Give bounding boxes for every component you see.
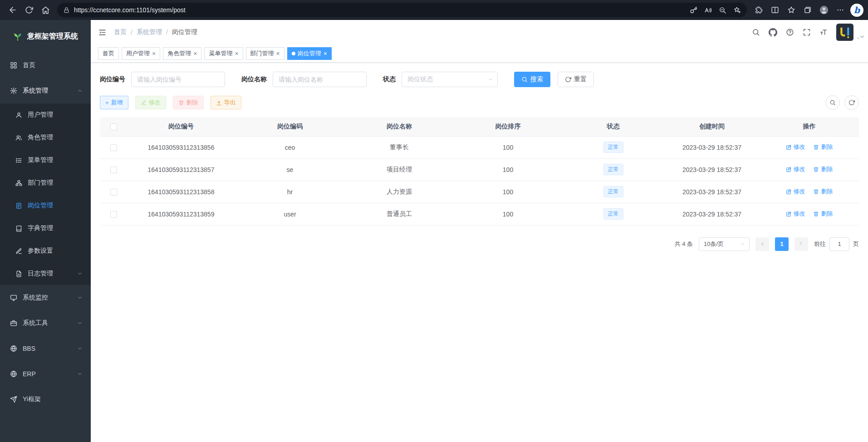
- table-row[interactable]: 1641030593112313858 hr 人力资源 100 正常 2023-…: [100, 181, 859, 203]
- toggle-search-button[interactable]: [825, 95, 840, 110]
- sidebar-item-dept-mgmt[interactable]: 部门管理: [0, 172, 91, 194]
- sidebar-item-log-mgmt[interactable]: 日志管理: [0, 262, 91, 285]
- password-key-icon[interactable]: [686, 4, 701, 16]
- tab-role-mgmt[interactable]: 角色管理×: [163, 47, 201, 60]
- sidebar-item-system[interactable]: 系统管理: [0, 78, 91, 103]
- profile-avatar[interactable]: [816, 2, 832, 18]
- more-menu-icon[interactable]: [832, 2, 848, 18]
- browser-home-button[interactable]: [37, 2, 54, 18]
- cell-post-code: user: [235, 203, 345, 225]
- add-button[interactable]: + 新增: [100, 96, 128, 109]
- delete-link[interactable]: 删除: [813, 210, 833, 218]
- next-page-button[interactable]: [794, 237, 808, 251]
- sidebar-item-yi-framework[interactable]: Yi框架: [0, 387, 91, 412]
- collections-icon[interactable]: [799, 2, 816, 18]
- sidebar-item-role-mgmt[interactable]: 角色管理: [0, 126, 91, 149]
- tab-close-icon[interactable]: ×: [276, 50, 280, 57]
- row-checkbox[interactable]: [110, 189, 117, 196]
- app-root: 意框架管理系统 首页 系统管理 用户管理 角色管理: [0, 20, 868, 442]
- page-number-button[interactable]: 1: [775, 237, 789, 251]
- read-aloud-icon[interactable]: [701, 4, 715, 16]
- tab-post-mgmt[interactable]: 岗位管理×: [287, 47, 332, 60]
- tab-label: 首页: [103, 49, 114, 58]
- delete-button[interactable]: 删除: [173, 96, 204, 109]
- delete-link[interactable]: 删除: [813, 187, 833, 196]
- row-checkbox[interactable]: [110, 167, 117, 173]
- sidebar-item-param-settings[interactable]: 参数设置: [0, 240, 91, 262]
- sidebar-item-menu-mgmt[interactable]: 菜单管理: [0, 149, 91, 172]
- tab-user-mgmt[interactable]: 用户管理×: [122, 47, 160, 60]
- sidebar-item-label: 日志管理: [28, 270, 53, 278]
- row-checkbox[interactable]: [110, 211, 117, 218]
- edit-link[interactable]: 修改: [786, 165, 805, 173]
- globe-icon: [10, 345, 17, 352]
- table-row[interactable]: 1641030593112313859 user 普通员工 100 正常 202…: [100, 203, 859, 225]
- breadcrumb-separator: /: [131, 29, 132, 36]
- sidebar-item-post-mgmt[interactable]: 岗位管理: [0, 194, 91, 217]
- tab-home[interactable]: 首页: [98, 47, 119, 60]
- chevron-down-icon: [740, 241, 745, 247]
- book-icon: [15, 225, 22, 232]
- delete-link[interactable]: 删除: [813, 165, 833, 173]
- tab-close-icon[interactable]: ×: [193, 50, 197, 57]
- sidebar-item-dict-mgmt[interactable]: 字典管理: [0, 217, 91, 240]
- sidebar-toggle-icon[interactable]: [98, 28, 107, 37]
- sidebar-item-monitor[interactable]: 系统监控: [0, 285, 91, 310]
- github-icon[interactable]: [769, 28, 777, 37]
- edit-link[interactable]: 修改: [786, 210, 805, 218]
- reset-button[interactable]: 重置: [558, 72, 594, 87]
- breadcrumb-home[interactable]: 首页: [114, 28, 127, 36]
- zoom-icon[interactable]: [715, 4, 730, 16]
- app-logo[interactable]: 意框架管理系统: [0, 20, 91, 53]
- address-bar[interactable]: https://ccnetcore.com:1101/system/post: [57, 3, 747, 17]
- table-row[interactable]: 1641030593112313857 se 项目经理 100 正常 2023-…: [100, 158, 859, 181]
- search-icon[interactable]: [752, 28, 760, 36]
- edge-sidebar-collapse-caret[interactable]: [859, 34, 865, 42]
- post-code-input[interactable]: [131, 72, 225, 87]
- post-name-input[interactable]: [273, 72, 367, 87]
- tab-close-icon[interactable]: ×: [324, 50, 327, 57]
- delete-link[interactable]: 删除: [813, 143, 833, 151]
- sidebar-item-bbs[interactable]: BBS: [0, 336, 91, 361]
- refresh-button[interactable]: [21, 2, 37, 18]
- sidebar-item-label: 参数设置: [28, 247, 53, 255]
- help-icon[interactable]: [786, 28, 794, 36]
- right-toolbar: [825, 95, 859, 110]
- status-select[interactable]: 岗位状态: [402, 72, 498, 87]
- tab-menu-mgmt[interactable]: 菜单管理×: [204, 47, 243, 60]
- select-all-checkbox[interactable]: [110, 123, 117, 130]
- total-count: 共 4 条: [675, 240, 693, 248]
- prev-page-button[interactable]: [755, 237, 769, 251]
- back-button[interactable]: [5, 2, 21, 18]
- edit-button[interactable]: 修改: [135, 96, 166, 109]
- goto-page-input[interactable]: [829, 237, 849, 251]
- sidebar-item-tools[interactable]: 系统工具: [0, 310, 91, 336]
- row-checkbox[interactable]: [110, 144, 117, 151]
- fullscreen-icon[interactable]: [803, 28, 811, 36]
- sidebar-item-user-mgmt[interactable]: 用户管理: [0, 103, 91, 126]
- tab-close-icon[interactable]: ×: [235, 50, 238, 57]
- search-button[interactable]: 搜索: [514, 72, 550, 87]
- split-screen-icon[interactable]: [767, 2, 783, 18]
- font-size-icon[interactable]: [819, 28, 828, 36]
- table-row[interactable]: 1641030593112313856 ceo 董事长 100 正常 2023-…: [100, 136, 859, 158]
- page-size-select[interactable]: 10条/页: [699, 237, 750, 251]
- tab-close-icon[interactable]: ×: [152, 50, 156, 57]
- tab-label: 岗位管理: [298, 49, 321, 58]
- add-favorite-icon[interactable]: [730, 4, 744, 16]
- sidebar-item-erp[interactable]: ERP: [0, 361, 91, 387]
- favorites-icon[interactable]: [783, 2, 799, 18]
- user-avatar[interactable]: [836, 24, 861, 41]
- edit-link[interactable]: 修改: [786, 143, 805, 151]
- export-button[interactable]: 导出: [211, 96, 241, 109]
- tab-dept-mgmt[interactable]: 部门管理×: [246, 47, 284, 60]
- edit-link[interactable]: 修改: [786, 187, 805, 196]
- edit-icon: [786, 211, 792, 217]
- extensions-icon[interactable]: [750, 2, 767, 18]
- refresh-table-button[interactable]: [844, 95, 859, 110]
- sidebar-item-label: 部门管理: [28, 179, 53, 187]
- site-lock-icon[interactable]: [63, 7, 70, 14]
- bing-chat-icon[interactable]: b: [850, 4, 863, 17]
- sidebar-item-home[interactable]: 首页: [0, 53, 91, 78]
- breadcrumb-system[interactable]: 系统管理: [137, 28, 162, 36]
